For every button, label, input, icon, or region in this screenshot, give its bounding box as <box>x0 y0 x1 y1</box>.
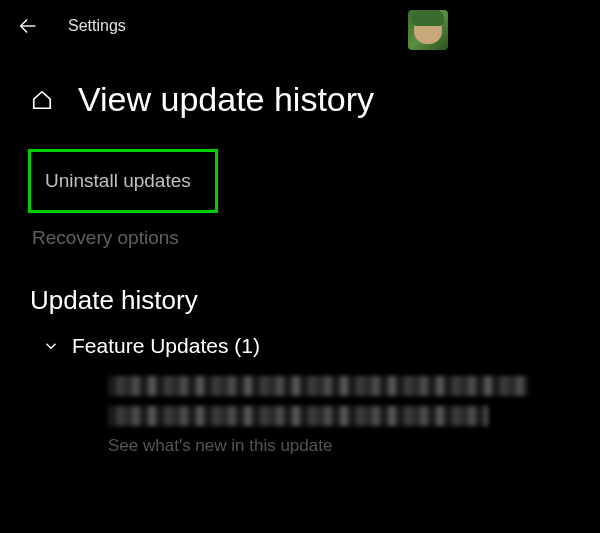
chevron-down-icon <box>42 337 60 355</box>
feature-updates-row[interactable]: Feature Updates (1) <box>30 330 570 362</box>
blurred-text-line <box>108 376 528 396</box>
update-details: See what's new in this update <box>30 362 570 456</box>
header-bar: Settings <box>0 0 600 52</box>
page-title: View update history <box>78 80 374 119</box>
links-section: Uninstall updates Recovery options <box>0 139 600 249</box>
blurred-text-line <box>108 406 488 426</box>
feature-updates-label: Feature Updates (1) <box>72 334 260 358</box>
home-icon[interactable] <box>30 88 54 112</box>
header-title: Settings <box>68 17 126 35</box>
recovery-options-label: Recovery options <box>32 227 179 248</box>
uninstall-updates-link[interactable]: Uninstall updates <box>28 149 218 213</box>
see-whats-new-link[interactable]: See what's new in this update <box>108 436 570 456</box>
update-history-section: Update history Feature Updates (1) See w… <box>0 249 600 456</box>
recovery-options-link[interactable]: Recovery options <box>28 213 572 249</box>
uninstall-updates-label: Uninstall updates <box>45 170 191 191</box>
update-history-heading: Update history <box>30 285 570 316</box>
page-title-row: View update history <box>0 52 600 139</box>
avatar <box>408 10 448 50</box>
back-arrow-icon[interactable] <box>16 14 40 38</box>
